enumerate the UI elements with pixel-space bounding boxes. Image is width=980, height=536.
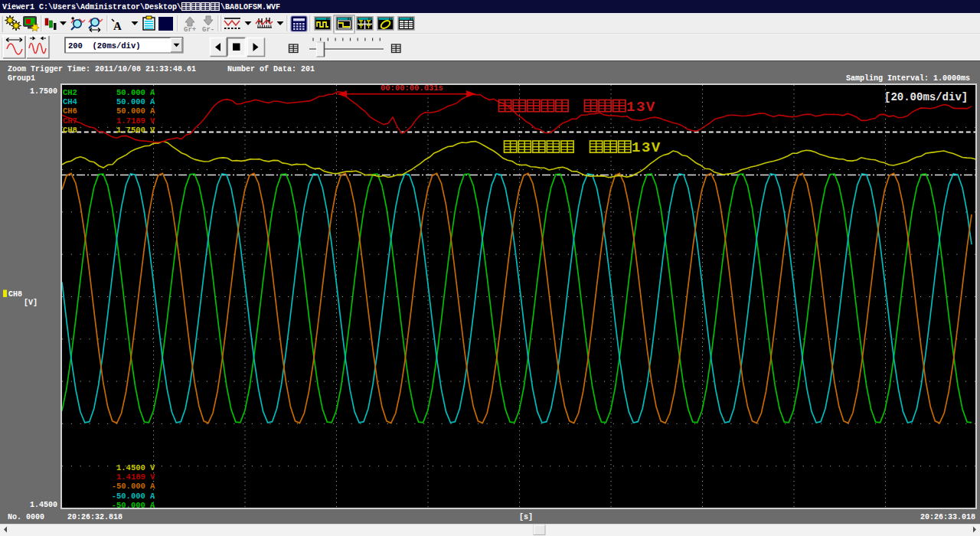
svg-text:Number of Data: 201: Number of Data: 201 bbox=[227, 65, 315, 74]
svg-text:CH8: CH8 bbox=[8, 290, 22, 299]
svg-text:20:26:32.818: 20:26:32.818 bbox=[67, 513, 122, 521]
svg-text:No. 0000: No. 0000 bbox=[8, 513, 44, 521]
svg-text:[V]: [V] bbox=[24, 299, 38, 307]
svg-text:1.4500: 1.4500 bbox=[30, 501, 57, 509]
svg-text:A: A bbox=[113, 20, 122, 32]
svg-text:Viewer1 C:\Users\Administrator: Viewer1 C:\Users\Administrator\Desktop\ bbox=[2, 3, 181, 11]
svg-text:Zoom Trigger Time: 2011/10/08: Zoom Trigger Time: 2011/10/08 21:33:48.6… bbox=[8, 65, 196, 74]
svg-text:\BA8LOFSM.WVF: \BA8LOFSM.WVF bbox=[220, 3, 280, 11]
svg-text:Gr-: Gr- bbox=[202, 26, 214, 34]
svg-text:[s]: [s] bbox=[519, 513, 533, 521]
svg-text:1.7500: 1.7500 bbox=[30, 87, 57, 96]
svg-text:20:26:33.018: 20:26:33.018 bbox=[920, 513, 975, 521]
svg-text:Sampling Interval: 1.0000ms: Sampling Interval: 1.0000ms bbox=[846, 74, 970, 83]
svg-text:Group1: Group1 bbox=[8, 74, 35, 83]
svg-text:Gr+: Gr+ bbox=[184, 26, 196, 34]
svg-text:200 (20ms/div): 200 (20ms/div) bbox=[68, 41, 141, 51]
